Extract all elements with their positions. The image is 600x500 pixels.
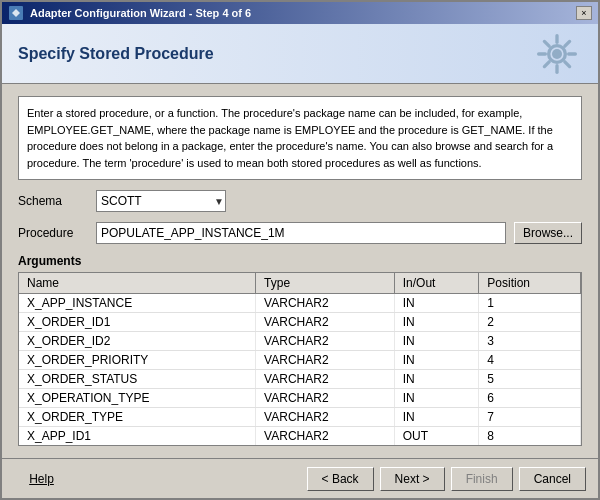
cell-position: 8: [479, 427, 581, 446]
table-row[interactable]: X_ORDER_STATUSVARCHAR2IN5: [19, 370, 581, 389]
back-button[interactable]: < Back: [307, 467, 374, 491]
cell-type: VARCHAR2: [256, 294, 395, 313]
procedure-row: Procedure Browse...: [18, 222, 582, 244]
cell-type: VARCHAR2: [256, 446, 395, 447]
cell-type: VARCHAR2: [256, 332, 395, 351]
cell-inout: IN: [394, 370, 479, 389]
table-row[interactable]: X_ORDER_PRIORITYVARCHAR2IN4: [19, 351, 581, 370]
table-row[interactable]: X_APP_INSTANCEVARCHAR2IN1: [19, 294, 581, 313]
cell-type: VARCHAR2: [256, 313, 395, 332]
footer: Help < Back Next > Finish Cancel: [2, 458, 598, 498]
cell-name: X_ORDER_TYPE: [19, 408, 256, 427]
title-controls: ×: [576, 6, 592, 20]
description-box: Enter a stored procedure, or a function.…: [18, 96, 582, 180]
table-row[interactable]: X_ORDER_TYPEVARCHAR2IN7: [19, 408, 581, 427]
cell-name: X_ORDER_PRIORITY: [19, 351, 256, 370]
close-button[interactable]: ×: [576, 6, 592, 20]
cell-inout: IN: [394, 313, 479, 332]
cell-name: X_ORDER_ID2: [19, 332, 256, 351]
cell-inout: IN: [394, 351, 479, 370]
table-row[interactable]: X_APP_ID2VARCHAR2OUT9: [19, 446, 581, 447]
main-content: Enter a stored procedure, or a function.…: [2, 84, 598, 458]
cell-name: X_APP_ID1: [19, 427, 256, 446]
svg-line-7: [565, 61, 570, 66]
table-row[interactable]: X_OPERATION_TYPEVARCHAR2IN6: [19, 389, 581, 408]
table-row[interactable]: X_APP_ID1VARCHAR2OUT8: [19, 427, 581, 446]
cell-inout: OUT: [394, 427, 479, 446]
schema-row: Schema SCOTT ▼: [18, 190, 582, 212]
arguments-table-container[interactable]: Name Type In/Out Position X_APP_INSTANCE…: [18, 272, 582, 446]
cell-type: VARCHAR2: [256, 408, 395, 427]
cell-inout: IN: [394, 332, 479, 351]
col-inout: In/Out: [394, 273, 479, 294]
table-row[interactable]: X_ORDER_ID1VARCHAR2IN2: [19, 313, 581, 332]
arguments-table: Name Type In/Out Position X_APP_INSTANCE…: [19, 273, 581, 446]
cell-position: 1: [479, 294, 581, 313]
procedure-input[interactable]: [96, 222, 506, 244]
title-bar: Adapter Configuration Wizard - Step 4 of…: [2, 2, 598, 24]
cell-type: VARCHAR2: [256, 389, 395, 408]
cell-position: 4: [479, 351, 581, 370]
cell-name: X_APP_INSTANCE: [19, 294, 256, 313]
wizard-icon: [8, 5, 24, 21]
description-text: Enter a stored procedure, or a function.…: [27, 107, 553, 169]
schema-label: Schema: [18, 194, 88, 208]
cell-position: 3: [479, 332, 581, 351]
cell-inout: OUT: [394, 446, 479, 447]
cell-name: X_ORDER_STATUS: [19, 370, 256, 389]
table-body: X_APP_INSTANCEVARCHAR2IN1X_ORDER_ID1VARC…: [19, 294, 581, 447]
header-banner: Specify Stored Procedure: [2, 24, 598, 84]
cancel-button[interactable]: Cancel: [519, 467, 586, 491]
schema-select[interactable]: SCOTT: [96, 190, 226, 212]
wizard-window: Adapter Configuration Wizard - Step 4 of…: [0, 0, 600, 500]
cell-position: 9: [479, 446, 581, 447]
arguments-section: Arguments Name Type In/Out Position X_AP…: [18, 254, 582, 446]
col-name: Name: [19, 273, 256, 294]
col-type: Type: [256, 273, 395, 294]
title-bar-text: Adapter Configuration Wizard - Step 4 of…: [30, 7, 251, 19]
gear-icon: [532, 29, 582, 79]
cell-inout: IN: [394, 294, 479, 313]
next-button[interactable]: Next >: [380, 467, 445, 491]
table-header: Name Type In/Out Position: [19, 273, 581, 294]
footer-left: Help: [14, 467, 69, 491]
col-position: Position: [479, 273, 581, 294]
cell-position: 7: [479, 408, 581, 427]
cell-name: X_OPERATION_TYPE: [19, 389, 256, 408]
cell-position: 5: [479, 370, 581, 389]
cell-position: 6: [479, 389, 581, 408]
cell-type: VARCHAR2: [256, 351, 395, 370]
cell-name: X_ORDER_ID1: [19, 313, 256, 332]
cell-inout: IN: [394, 389, 479, 408]
cell-type: VARCHAR2: [256, 427, 395, 446]
procedure-label: Procedure: [18, 226, 88, 240]
table-row[interactable]: X_ORDER_ID2VARCHAR2IN3: [19, 332, 581, 351]
svg-point-10: [552, 49, 562, 59]
cell-type: VARCHAR2: [256, 370, 395, 389]
svg-line-8: [565, 41, 570, 46]
finish-button[interactable]: Finish: [451, 467, 513, 491]
cell-position: 2: [479, 313, 581, 332]
page-title: Specify Stored Procedure: [18, 45, 214, 63]
cell-name: X_APP_ID2: [19, 446, 256, 447]
footer-right: < Back Next > Finish Cancel: [307, 467, 586, 491]
svg-line-9: [544, 61, 549, 66]
browse-button[interactable]: Browse...: [514, 222, 582, 244]
cell-inout: IN: [394, 408, 479, 427]
schema-select-wrapper: SCOTT ▼: [96, 190, 226, 212]
help-button[interactable]: Help: [14, 467, 69, 491]
arguments-label: Arguments: [18, 254, 582, 268]
svg-line-6: [544, 41, 549, 46]
